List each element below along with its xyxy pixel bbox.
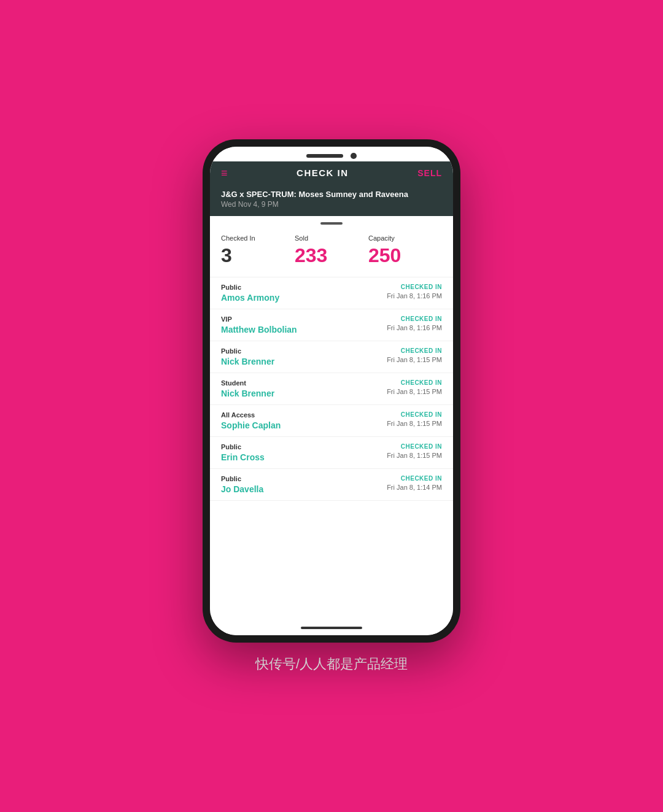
checked-in-status-1: CHECKED IN	[387, 315, 442, 322]
attendee-left-2: Public Nick Brenner	[221, 347, 387, 366]
home-indicator-area	[210, 623, 453, 635]
attendee-item[interactable]: Student Nick Brenner CHECKED IN Fri Jan …	[210, 373, 453, 405]
attendee-right-1: CHECKED IN Fri Jan 8, 1:16 PM	[387, 315, 442, 331]
checked-in-status-3: CHECKED IN	[387, 379, 442, 386]
attendee-type-2: Public	[221, 347, 387, 355]
sold-value: 233	[295, 244, 368, 267]
event-title: J&G x SPEC-TRUM: Moses Sumney and Raveen…	[221, 190, 442, 199]
attendee-right-2: CHECKED IN Fri Jan 8, 1:15 PM	[387, 347, 442, 363]
phone-frame: ≡ CHECK IN SELL J&G x SPEC-TRUM: Moses S…	[203, 139, 460, 643]
attendee-type-5: Public	[221, 443, 387, 450]
attendee-name-2: Nick Brenner	[221, 357, 387, 366]
attendee-name-5: Erin Cross	[221, 452, 387, 462]
sold-label: Sold	[295, 234, 368, 242]
home-bar	[301, 627, 362, 629]
check-in-time-2: Fri Jan 8, 1:15 PM	[387, 356, 442, 363]
drag-bar	[320, 222, 343, 225]
checked-in-status-6: CHECKED IN	[387, 475, 442, 482]
attendee-item[interactable]: Public Amos Armony CHECKED IN Fri Jan 8,…	[210, 277, 453, 309]
watermark: 快传号/人人都是产品经理	[255, 655, 408, 673]
attendee-name-0: Amos Armony	[221, 293, 387, 303]
attendee-right-4: CHECKED IN Fri Jan 8, 1:15 PM	[387, 411, 442, 427]
attendee-left-5: Public Erin Cross	[221, 443, 387, 462]
check-in-time-3: Fri Jan 8, 1:15 PM	[387, 388, 442, 395]
sell-button[interactable]: SELL	[417, 168, 442, 178]
check-in-time-4: Fri Jan 8, 1:15 PM	[387, 420, 442, 427]
check-in-time-1: Fri Jan 8, 1:16 PM	[387, 324, 442, 331]
attendee-right-3: CHECKED IN Fri Jan 8, 1:15 PM	[387, 379, 442, 395]
checked-in-label: Checked In	[221, 234, 295, 242]
attendee-left-4: All Access Sophie Caplan	[221, 411, 387, 430]
attendee-item[interactable]: Public Jo Davella CHECKED IN Fri Jan 8, …	[210, 469, 453, 501]
attendee-type-6: Public	[221, 475, 387, 482]
attendee-name-1: Matthew Bolbolian	[221, 325, 387, 334]
attendee-item[interactable]: VIP Matthew Bolbolian CHECKED IN Fri Jan…	[210, 309, 453, 341]
check-in-time-5: Fri Jan 8, 1:15 PM	[387, 452, 442, 459]
checked-in-status-5: CHECKED IN	[387, 443, 442, 450]
attendee-item[interactable]: Public Nick Brenner CHECKED IN Fri Jan 8…	[210, 341, 453, 373]
event-date: Wed Nov 4, 9 PM	[221, 200, 442, 209]
checked-in-status-0: CHECKED IN	[387, 284, 442, 290]
attendee-left-0: Public Amos Armony	[221, 284, 387, 303]
stat-sold: Sold 233	[295, 234, 368, 267]
check-in-time-6: Fri Jan 8, 1:14 PM	[387, 484, 442, 491]
app-header: ≡ CHECK IN SELL	[210, 161, 453, 185]
attendee-type-1: VIP	[221, 315, 387, 323]
checked-in-status-4: CHECKED IN	[387, 411, 442, 418]
camera	[351, 153, 357, 159]
attendee-name-3: Nick Brenner	[221, 389, 387, 398]
attendee-name-6: Jo Davella	[221, 484, 387, 494]
attendee-right-5: CHECKED IN Fri Jan 8, 1:15 PM	[387, 443, 442, 459]
stat-checked-in: Checked In 3	[221, 234, 295, 267]
app-title: CHECK IN	[297, 168, 349, 178]
checked-in-status-2: CHECKED IN	[387, 347, 442, 354]
phone-wrapper: ≡ CHECK IN SELL J&G x SPEC-TRUM: Moses S…	[203, 0, 460, 812]
stat-capacity: Capacity 250	[368, 234, 442, 267]
speaker	[306, 154, 343, 158]
attendee-item[interactable]: Public Erin Cross CHECKED IN Fri Jan 8, …	[210, 437, 453, 469]
app-content: Checked In 3 Sold 233 Capacity 250	[210, 216, 453, 623]
attendee-type-0: Public	[221, 284, 387, 291]
event-banner: J&G x SPEC-TRUM: Moses Sumney and Raveen…	[210, 185, 453, 216]
attendee-type-4: All Access	[221, 411, 387, 419]
attendee-right-0: CHECKED IN Fri Jan 8, 1:16 PM	[387, 284, 442, 300]
stats-row: Checked In 3 Sold 233 Capacity 250	[210, 228, 453, 277]
attendee-left-3: Student Nick Brenner	[221, 379, 387, 398]
attendee-left-6: Public Jo Davella	[221, 475, 387, 494]
drag-indicator	[210, 216, 453, 228]
attendee-list: Public Amos Armony CHECKED IN Fri Jan 8,…	[210, 277, 453, 623]
check-in-time-0: Fri Jan 8, 1:16 PM	[387, 292, 442, 300]
menu-icon[interactable]: ≡	[221, 168, 228, 179]
attendee-name-4: Sophie Caplan	[221, 420, 387, 430]
attendee-item[interactable]: All Access Sophie Caplan CHECKED IN Fri …	[210, 405, 453, 437]
attendee-right-6: CHECKED IN Fri Jan 8, 1:14 PM	[387, 475, 442, 491]
capacity-value: 250	[368, 244, 442, 267]
checked-in-value: 3	[221, 244, 295, 267]
phone-screen: ≡ CHECK IN SELL J&G x SPEC-TRUM: Moses S…	[210, 147, 453, 635]
phone-notch	[210, 147, 453, 161]
attendee-type-3: Student	[221, 379, 387, 387]
capacity-label: Capacity	[368, 234, 442, 242]
attendee-left-1: VIP Matthew Bolbolian	[221, 315, 387, 334]
